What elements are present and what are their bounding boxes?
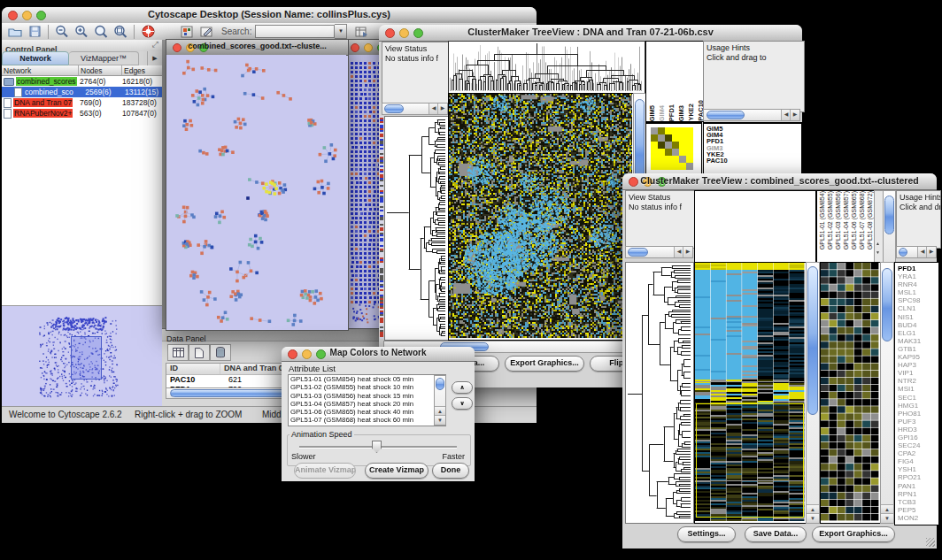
attribute-item[interactable]: GPL51-01 (GSM854) heat shock 05 min: [289, 375, 445, 383]
matrix-cell[interactable]: [686, 163, 693, 170]
matrix-cell[interactable]: [665, 134, 672, 142]
gene-label[interactable]: CLN1: [898, 304, 938, 312]
gene-label[interactable]: SEC1: [898, 394, 938, 402]
usage-hints-scrollbar[interactable]: ◀▶: [896, 246, 937, 258]
export-graphics-button[interactable]: Export Graphics...: [505, 356, 584, 372]
view-status-scrollbar[interactable]: ◀▶: [625, 246, 693, 258]
view-status-scrollbar[interactable]: ◀▶: [382, 103, 448, 115]
matrix-cell[interactable]: [686, 156, 693, 163]
scrollbar-thumb[interactable]: [436, 378, 444, 390]
scroll-down-icon[interactable]: ▼: [881, 513, 893, 523]
new-attribute-icon[interactable]: [189, 344, 210, 361]
zoom-selected-icon[interactable]: [112, 24, 129, 39]
column-label[interactable]: YKE2: [687, 104, 696, 121]
matrix-cell[interactable]: [651, 149, 658, 156]
gene-label[interactable]: VIP1: [898, 369, 938, 377]
move-up-button[interactable]: ∧: [452, 381, 473, 394]
scrollbar-thumb[interactable]: [899, 248, 907, 257]
gene-label[interactable]: PAN1: [898, 482, 938, 490]
zoom-heatmap-canvas[interactable]: [821, 263, 879, 521]
scrollbar-thumb[interactable]: [884, 196, 894, 234]
matrix-cell[interactable]: [672, 142, 679, 149]
dialog-title-bar[interactable]: Map Colors to Network: [282, 347, 475, 362]
scroll-right-icon[interactable]: ▶: [437, 104, 447, 114]
create-vizmap-button[interactable]: Create Vizmap: [365, 463, 429, 479]
gene-label[interactable]: PUF3: [898, 418, 938, 426]
birdseye-canvas[interactable]: [2, 306, 161, 406]
attribute-item[interactable]: GPL51-04 (GSM857) heat shock 20 min: [289, 400, 445, 408]
zoom-fit-icon[interactable]: [92, 24, 110, 39]
scroll-right-icon[interactable]: ▶: [683, 247, 692, 257]
gene-label[interactable]: YRA1: [898, 272, 938, 280]
attribute-item[interactable]: GPL51-07 (GSM868) heat shock 60 min: [289, 416, 445, 424]
network-window-title-bar[interactable]: combined_scores_good.txt--cluste...: [166, 40, 348, 56]
delete-attribute-icon[interactable]: [210, 344, 231, 361]
zoom-out-icon[interactable]: [53, 24, 71, 39]
column-label[interactable]: PFD1: [668, 104, 676, 121]
minimize-button[interactable]: [364, 43, 373, 52]
gene-label[interactable]: ELG1: [898, 329, 938, 337]
matrix-cell[interactable]: [658, 163, 665, 170]
matrix-cell[interactable]: [686, 134, 693, 142]
matrix-cell[interactable]: [651, 127, 658, 134]
matrix-cell[interactable]: [672, 163, 679, 170]
gene-label[interactable]: YSH1: [898, 465, 938, 473]
network-row[interactable]: RNAPuberNov2+563(0)107847(0): [2, 108, 162, 119]
matrix-cell[interactable]: [672, 156, 679, 163]
column-label[interactable]: GPL51-04 (GSM857): [842, 191, 850, 249]
scroll-down-icon[interactable]: ▼: [876, 249, 880, 255]
matrix-cell[interactable]: [651, 163, 658, 170]
import-table-icon[interactable]: [352, 24, 370, 39]
save-data-button[interactable]: Save Data...: [745, 526, 807, 542]
gene-label[interactable]: HAP3: [898, 361, 938, 369]
col-nodes[interactable]: Nodes: [79, 65, 122, 76]
done-button[interactable]: Done: [432, 463, 469, 479]
matrix-cell[interactable]: [679, 163, 686, 170]
gene-label[interactable]: KAP95: [898, 353, 938, 361]
gene-label[interactable]: GPI16: [898, 433, 938, 441]
gene-label[interactable]: MON2: [898, 514, 938, 522]
scrollbar-thumb[interactable]: [807, 266, 818, 415]
scrollbar-thumb[interactable]: [628, 248, 648, 257]
matrix-cell[interactable]: [679, 142, 686, 149]
settings-button[interactable]: Settings...: [677, 526, 736, 542]
usage-hints-scrollbar[interactable]: ◀▶: [703, 109, 800, 121]
row-dendrogram-canvas[interactable]: [385, 117, 446, 338]
scroll-right-icon[interactable]: ▶: [790, 110, 799, 120]
search-dropdown-button[interactable]: ▼: [335, 24, 347, 39]
column-label[interactable]: GIM5: [648, 105, 657, 121]
gene-label[interactable]: MSL1: [898, 288, 938, 296]
network-canvas[interactable]: [166, 55, 346, 328]
table-view-icon[interactable]: [167, 344, 189, 361]
treeview2-title-bar[interactable]: ClusterMaker TreeView : combined_scores_…: [622, 173, 937, 190]
row-dendrogram-canvas[interactable]: [626, 263, 691, 521]
matrix-cell[interactable]: [672, 134, 679, 142]
attribute-list[interactable]: GPL51-01 (GSM854) heat shock 05 minGPL51…: [288, 374, 446, 426]
gene-label[interactable]: RNR4: [898, 280, 938, 288]
resize-grip[interactable]: [926, 538, 935, 547]
search-input[interactable]: [255, 25, 335, 38]
vizmapper-palette-icon[interactable]: [178, 24, 196, 39]
gene-label[interactable]: SPC98: [898, 296, 938, 304]
gene-label[interactable]: HRD3: [898, 426, 938, 433]
gene-label[interactable]: NIS1: [898, 313, 938, 321]
matrix-cell[interactable]: [658, 156, 665, 163]
matrix-cell[interactable]: [679, 156, 686, 163]
matrix-cell[interactable]: [686, 149, 693, 156]
column-label[interactable]: GPL51-06 (GSM865): [850, 191, 858, 249]
gene-label[interactable]: PHO81: [898, 410, 938, 418]
gene-label[interactable]: PFD1: [898, 265, 938, 272]
save-icon[interactable]: [26, 24, 43, 39]
column-label[interactable]: GPL51-03 (GSM856): [834, 191, 842, 249]
attribute-item[interactable]: GPL51-02 (GSM855) heat shock 10 min: [289, 383, 445, 391]
matrix-cell[interactable]: [665, 127, 672, 134]
scrollbar-thumb[interactable]: [882, 268, 892, 341]
gene-label[interactable]: RPN1: [898, 490, 938, 498]
attribute-list-scrollbar[interactable]: ▲▼: [434, 375, 446, 426]
matrix-cell[interactable]: [651, 134, 658, 142]
matrix-cell[interactable]: [686, 142, 693, 149]
matrix-cell[interactable]: [665, 156, 672, 163]
matrix-cell[interactable]: [679, 149, 686, 156]
gene-label[interactable]: RPO21: [898, 473, 938, 481]
matrix-cell[interactable]: [679, 127, 686, 134]
